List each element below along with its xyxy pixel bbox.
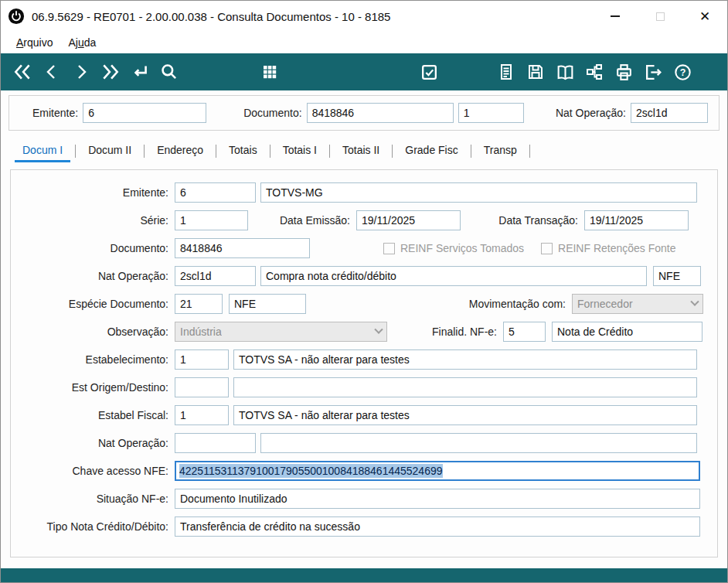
nat-operacao-desc-field[interactable]: Compra nota crédito/débito	[260, 266, 647, 286]
situacao-nfe-field[interactable]: Documento Inutilizado	[175, 489, 700, 509]
header-documento-field[interactable]: 8418846	[307, 103, 454, 123]
header-documento-seq-field[interactable]: 1	[458, 103, 524, 123]
form-row-observacao: Observação: Indústria Finalid. NF-e: 5 N…	[11, 322, 703, 342]
minimize-icon	[611, 15, 620, 17]
go-button[interactable]	[126, 58, 154, 86]
nat-operacao-label: Nat Operação:	[11, 270, 175, 282]
data-transacao-field[interactable]: 19/11/2025	[584, 210, 689, 230]
form-row-nat-operacao-2: Nat Operação:	[11, 433, 703, 453]
go-icon	[130, 62, 150, 82]
app-icon	[7, 7, 26, 26]
reinf-servicos-checkbox	[383, 243, 395, 254]
search-button[interactable]	[155, 58, 183, 86]
emitente-desc-field[interactable]: TOTVS-MG	[260, 182, 697, 203]
documento-field[interactable]: 8418846	[175, 238, 310, 258]
last-record-button[interactable]	[97, 58, 124, 86]
finalidade-nfe-code-field[interactable]: 5	[503, 322, 546, 342]
header-nat-operacao-label: Nat Operação:	[556, 107, 631, 119]
menu-arquivo[interactable]: Arquivo	[9, 34, 60, 51]
movimentacao-com-select: Fornecedor	[572, 294, 703, 314]
finalidade-nfe-desc-field[interactable]: Nota de Crédito	[552, 322, 702, 342]
close-icon: ✕	[699, 9, 710, 25]
nat-operacao-code-field[interactable]: 2scl1d	[175, 266, 256, 286]
especie-documento-code-field[interactable]: 21	[175, 294, 223, 314]
reinf-retencoes-label: REINF Retenções Fonte	[558, 242, 676, 254]
tab-docum-i[interactable]: Docum I	[12, 139, 73, 162]
grid-button[interactable]	[256, 58, 284, 86]
est-origem-destino-desc-field[interactable]	[233, 377, 697, 397]
print-button[interactable]	[610, 58, 638, 86]
tab-totais-ii[interactable]: Totais II	[332, 139, 390, 162]
book-button[interactable]	[551, 58, 579, 86]
estabel-fiscal-label: Estabel Fiscal:	[11, 409, 175, 421]
maximize-button[interactable]	[638, 1, 682, 32]
documento-label: Documento:	[11, 242, 175, 254]
toolbar: ?	[1, 53, 727, 90]
form-row-tipo-nota: Tipo Nota Crédito/Débito: Transferência …	[11, 517, 703, 537]
titlebar: 06.9.5629 - RE0701 - 2.00.00.038 - Consu…	[1, 1, 727, 32]
form-row-documento: Documento: 8418846 REINF Serviços Tomado…	[11, 238, 703, 258]
tab-docum-ii[interactable]: Docum II	[77, 139, 142, 162]
chave-acesso-field[interactable]: 4225115311379100179055001008418846144552…	[175, 461, 700, 481]
especie-documento-label: Espécie Documento:	[11, 298, 175, 310]
help-button[interactable]: ?	[668, 58, 696, 86]
form-row-estabelecimento: Estabelecimento: 1 TOTVS SA - não altera…	[11, 349, 703, 370]
data-emissao-field[interactable]: 19/11/2025	[356, 210, 461, 230]
first-record-button[interactable]	[9, 58, 36, 86]
tab-totais[interactable]: Totais	[218, 139, 268, 162]
tab-divider	[392, 145, 393, 158]
tab-totais-i[interactable]: Totais I	[272, 139, 328, 162]
reinf-servicos-label: REINF Serviços Tomados	[400, 242, 524, 254]
estabelecimento-desc-field[interactable]: TOTVS SA - não alterar para testes	[233, 349, 697, 370]
tree-button[interactable]	[580, 58, 608, 86]
est-origem-destino-code-field[interactable]	[175, 377, 229, 397]
tipo-nota-field[interactable]: Transferência de crédito na sucessão	[175, 517, 700, 537]
next-record-button[interactable]	[67, 58, 95, 86]
confirm-button[interactable]	[415, 58, 443, 86]
header-documento-label: Documento:	[243, 107, 306, 119]
especie-documento-desc-field[interactable]: NFE	[229, 294, 306, 314]
nat-operacao-2-desc-field[interactable]	[260, 433, 697, 453]
tab-divider	[216, 145, 216, 158]
form-row-nat-operacao: Nat Operação: 2scl1d Compra nota crédito…	[11, 266, 703, 286]
finalidade-nfe-label: Finalid. NF-e:	[387, 326, 503, 338]
header-emitente-field[interactable]: 6	[83, 103, 206, 123]
chevron-down-icon	[690, 298, 699, 306]
tab-endereco[interactable]: Endereço	[146, 139, 214, 162]
header-emitente-label: Emitente:	[32, 107, 83, 119]
header-nat-operacao-field[interactable]: 2scl1d	[631, 103, 708, 123]
save-button[interactable]	[522, 58, 549, 86]
serie-field[interactable]: 1	[175, 210, 248, 230]
estabel-fiscal-code-field[interactable]: 1	[175, 405, 229, 425]
tree-icon	[585, 63, 604, 81]
tab-divider	[144, 145, 145, 158]
nat-operacao-2-label: Nat Operação:	[11, 437, 175, 449]
exit-button[interactable]	[639, 58, 667, 86]
close-button[interactable]: ✕	[682, 1, 727, 32]
search-icon	[159, 62, 179, 82]
estabelecimento-code-field[interactable]: 1	[175, 349, 229, 370]
nat-operacao-2-code-field[interactable]	[175, 433, 256, 453]
form-row-chave-acesso: Chave acesso NFE: 4225115311379100179055…	[11, 461, 703, 481]
report-icon	[497, 63, 515, 81]
est-origem-destino-label: Est Origem/Destino:	[11, 381, 175, 394]
docum-i-panel: Emitente: 6 TOTVS-MG Série: 1 Data Emiss…	[10, 169, 718, 557]
minimize-button[interactable]	[593, 1, 638, 32]
first-icon	[12, 62, 32, 82]
tab-transp[interactable]: Transp	[473, 139, 528, 162]
report-button[interactable]	[492, 58, 520, 86]
form-row-emitente: Emitente: 6 TOTVS-MG	[11, 182, 703, 203]
form-row-serie-datas: Série: 1 Data Emissão: 19/11/2025 Data T…	[11, 210, 703, 230]
key-panel: Emitente: 6 Documento: 8418846 1 Nat Ope…	[9, 95, 719, 131]
form-row-estabel-fiscal: Estabel Fiscal: 1 TOTVS SA - não alterar…	[11, 405, 703, 425]
emitente-code-field[interactable]: 6	[175, 182, 256, 203]
status-bar	[1, 568, 727, 582]
last-icon	[100, 62, 121, 82]
nat-operacao-tipo-field[interactable]: NFE	[653, 266, 701, 286]
chevron-down-icon	[374, 326, 383, 334]
book-icon	[556, 63, 575, 82]
prev-record-button[interactable]	[38, 58, 66, 86]
menu-ajuda[interactable]: Ajuda	[60, 34, 104, 51]
tab-grade-fisc[interactable]: Grade Fisc	[394, 139, 468, 162]
estabel-fiscal-desc-field[interactable]: TOTVS SA - não alterar para testes	[233, 405, 697, 425]
